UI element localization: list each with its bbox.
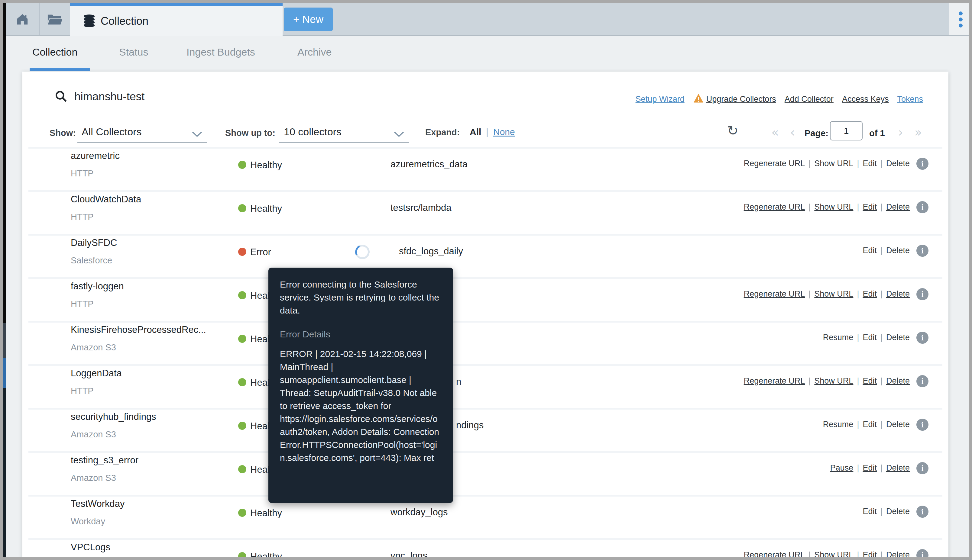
prev-page-icon[interactable]: ‹ [790, 125, 795, 139]
row-action-delete[interactable]: Delete [886, 159, 910, 168]
row-action-edit[interactable]: Edit [863, 289, 877, 298]
search-input[interactable]: himanshu-test [74, 90, 144, 103]
next-page-icon[interactable]: › [898, 125, 903, 139]
row-action-delete[interactable]: Delete [886, 377, 910, 385]
info-icon[interactable]: i [916, 158, 929, 170]
link-access-keys[interactable]: Access Keys [842, 95, 889, 104]
collector-name[interactable]: CloudWatchData [71, 194, 141, 205]
link-add-collector[interactable]: Add Collector [785, 95, 833, 104]
row-action-show-url[interactable]: Show URL [814, 202, 853, 212]
row-action-show-url[interactable]: Show URL [814, 377, 853, 385]
subtab-ingest-budgets[interactable]: Ingest Budgets [187, 46, 255, 58]
row-action-edit[interactable]: Edit [863, 246, 877, 255]
folder-tab[interactable] [40, 3, 70, 35]
expand-all-link[interactable]: All [470, 127, 481, 137]
row-action-resume[interactable]: Resume [823, 333, 853, 342]
row-action-edit[interactable]: Edit [863, 463, 877, 472]
link-upgrade-collectors[interactable]: Upgrade Collectors [693, 93, 776, 105]
row-action-edit[interactable]: Edit [863, 202, 877, 212]
collector-name[interactable]: VPCLogs [71, 542, 110, 553]
collector-name[interactable]: azuremetric [71, 150, 120, 161]
window-content: Collection + New Collection Status Inges… [3, 3, 969, 557]
row-actions: Resume|Edit|Delete [823, 420, 910, 429]
chevron-down-icon[interactable] [192, 131, 202, 138]
info-icon[interactable]: i [916, 245, 929, 257]
collector-name[interactable]: testing_s3_error [71, 455, 139, 466]
show-up-to-dropdown[interactable]: 10 collectors [284, 126, 342, 138]
row-action-delete[interactable]: Delete [886, 507, 910, 516]
row-actions: Pause|Edit|Delete [830, 463, 910, 473]
collector-name[interactable]: fastly-loggen [71, 281, 124, 292]
row-action-edit[interactable]: Edit [863, 377, 877, 385]
row-action-edit[interactable]: Edit [863, 333, 877, 342]
table-row: LoggenDataHTTPHealthynRegenerate URL|Sho… [22, 364, 949, 408]
subtab-status[interactable]: Status [119, 46, 148, 58]
row-action-delete[interactable]: Delete [886, 246, 910, 255]
row-action-delete[interactable]: Delete [886, 550, 910, 557]
new-button[interactable]: + New [284, 8, 333, 31]
expand-separator: | [486, 127, 488, 137]
row-action-edit[interactable]: Edit [863, 420, 877, 429]
show-underline [77, 142, 207, 143]
row-action-edit[interactable]: Edit [863, 159, 877, 168]
search-icon[interactable] [54, 90, 68, 104]
row-action-show-url[interactable]: Show URL [814, 159, 853, 168]
row-action-show-url[interactable]: Show URL [814, 289, 853, 298]
link-tokens[interactable]: Tokens [897, 95, 923, 104]
subtab-archive[interactable]: Archive [297, 46, 332, 58]
info-icon[interactable]: i [916, 418, 929, 431]
expand-none-link[interactable]: None [493, 127, 515, 137]
kebab-menu-icon[interactable] [959, 12, 963, 27]
row-divider [28, 321, 942, 323]
status-dot [238, 335, 246, 343]
row-action-regenerate-url[interactable]: Regenerate URL [744, 550, 805, 557]
row-actions: Regenerate URL|Show URL|Edit|Delete [744, 202, 910, 212]
row-action-resume[interactable]: Resume [823, 420, 853, 429]
row-action-show-url[interactable]: Show URL [814, 550, 853, 557]
row-action-delete[interactable]: Delete [886, 202, 910, 212]
first-page-icon[interactable]: « [771, 125, 778, 139]
last-page-icon[interactable]: » [915, 125, 922, 139]
row-divider [28, 408, 942, 410]
info-icon[interactable]: i [916, 375, 929, 387]
row-action-regenerate-url[interactable]: Regenerate URL [744, 159, 805, 168]
info-icon[interactable]: i [916, 462, 929, 474]
collector-type: HTTP [71, 212, 94, 222]
row-action-delete[interactable]: Delete [886, 289, 910, 298]
row-action-pause[interactable]: Pause [830, 463, 853, 472]
row-action-regenerate-url[interactable]: Regenerate URL [744, 289, 805, 298]
row-action-regenerate-url[interactable]: Regenerate URL [744, 202, 805, 212]
info-icon[interactable]: i [916, 201, 929, 213]
show-dropdown[interactable]: All Collectors [82, 126, 142, 138]
row-divider [28, 538, 942, 540]
tab-collection[interactable]: Collection [70, 3, 282, 36]
row-action-delete[interactable]: Delete [886, 333, 910, 342]
info-icon[interactable]: i [916, 288, 929, 300]
row-action-edit[interactable]: Edit [863, 550, 877, 557]
row-actions: Regenerate URL|Show URL|Edit|Delete [744, 289, 910, 299]
info-icon[interactable]: i [916, 549, 929, 557]
row-action-delete[interactable]: Delete [886, 463, 910, 472]
page-number-input[interactable] [830, 121, 863, 140]
row-divider [28, 147, 942, 148]
refresh-icon[interactable]: ↻ [727, 123, 738, 138]
table-row: TestWorkdayWorkdayHealthyworkday_logsEdi… [22, 495, 949, 538]
chevron-down-icon[interactable] [394, 131, 404, 138]
row-action-edit[interactable]: Edit [863, 507, 877, 516]
collector-name[interactable]: DailySFDC [71, 237, 117, 248]
link-setup-wizard[interactable]: Setup Wizard [636, 95, 685, 104]
subtab-collection[interactable]: Collection [32, 46, 77, 58]
tab-bar: Collection + New [6, 3, 949, 36]
collector-name[interactable]: securityhub_findings [71, 412, 156, 422]
collector-name[interactable]: KinesisFirehoseProcessedRec... [71, 324, 206, 335]
collector-name[interactable]: LoggenData [71, 368, 122, 379]
row-action-delete[interactable]: Delete [886, 420, 910, 429]
status-dot [238, 378, 246, 386]
home-tab[interactable] [6, 3, 40, 35]
table-row: azuremetricHTTPHealthyazuremetrics_dataR… [22, 147, 949, 190]
collector-type: HTTP [71, 299, 94, 309]
info-icon[interactable]: i [916, 332, 929, 344]
row-action-regenerate-url[interactable]: Regenerate URL [744, 377, 805, 385]
info-icon[interactable]: i [916, 506, 929, 518]
collector-name[interactable]: TestWorkday [71, 498, 125, 509]
